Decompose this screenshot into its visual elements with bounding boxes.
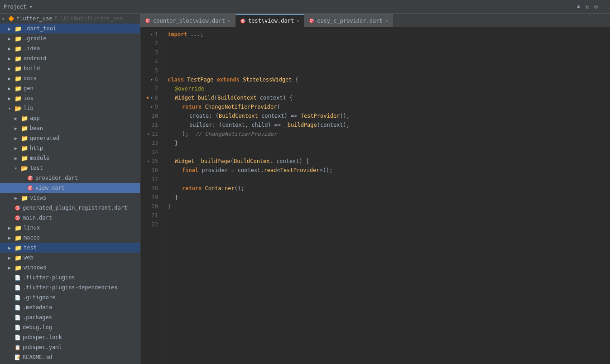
fold-9[interactable]: ▾ bbox=[150, 102, 153, 111]
sidebar-item-docs[interactable]: ▶ 📁 docs bbox=[0, 73, 140, 83]
sidebar-item-linux[interactable]: ▶ 📁 linux bbox=[0, 223, 140, 233]
sidebar-item-main-dart[interactable]: 🎯 main.dart bbox=[0, 213, 140, 223]
sidebar-item-readme[interactable]: 📝 README.md bbox=[0, 352, 140, 362]
sidebar-item-packages[interactable]: 📄 .packages bbox=[0, 312, 140, 322]
sidebar-item-app[interactable]: ▶ 📁 app bbox=[0, 113, 140, 123]
code-line-18: return Container(); bbox=[162, 184, 610, 193]
macos-label: macos bbox=[24, 235, 40, 241]
app-label: app bbox=[30, 115, 40, 121]
sidebar-item-test-root[interactable]: ▶ 📁 test bbox=[0, 243, 140, 253]
sidebar-item-web[interactable]: ▶ 📁 web bbox=[0, 253, 140, 263]
sidebar-item-gradle[interactable]: ▶ 📁 .gradle bbox=[0, 34, 140, 43]
sidebar-item-debug-log[interactable]: 📄 debug.log bbox=[0, 322, 140, 332]
sidebar-item-flutter-plugins[interactable]: 📄 .flutter-plugins bbox=[0, 273, 140, 283]
packages-label: .packages bbox=[23, 314, 52, 321]
readme-label: README.md bbox=[23, 354, 52, 360]
code-line-5 bbox=[162, 66, 610, 75]
editor-area: 🎯 counter_bloc\view.dart ✕ 🎯 test\view.d… bbox=[140, 14, 610, 364]
add-module-icon[interactable]: ⊕ bbox=[577, 4, 580, 10]
sidebar-item-view-dart[interactable]: 🎯 view.dart bbox=[0, 183, 140, 193]
sidebar-item-gen[interactable]: ▶ 📁 gen bbox=[0, 83, 140, 93]
sidebar-item-flutter-plugins-dep[interactable]: 📄 .flutter-plugins-dependencies bbox=[0, 283, 140, 292]
code-line-20: } bbox=[162, 202, 610, 211]
fold-15[interactable]: ▾ bbox=[147, 157, 149, 166]
tab-counter-bloc-close[interactable]: ✕ bbox=[228, 18, 231, 23]
code-line-16: final provider = context.read<TestProvid… bbox=[162, 166, 610, 175]
root-path: E:\GitHub\flutter_use bbox=[54, 15, 123, 22]
fold-12[interactable]: ▾ bbox=[147, 129, 149, 139]
generated-plugin-label: generated_plugin_registrant.dart bbox=[23, 205, 127, 211]
project-label[interactable]: Project bbox=[4, 4, 27, 10]
sidebar-item-provider-dart[interactable]: 🎯 provider.dart bbox=[0, 173, 140, 183]
title-bar-left: Project ▾ bbox=[4, 4, 33, 10]
tab-test-view-close[interactable]: ✕ bbox=[297, 19, 299, 24]
breakpoint-8: ● bbox=[147, 93, 149, 102]
settings-icon[interactable]: ⚙ bbox=[595, 4, 598, 10]
code-line-21 bbox=[162, 211, 610, 220]
minimize-icon[interactable]: − bbox=[603, 4, 606, 10]
sidebar-item-generated[interactable]: ▶ 📁 generated bbox=[0, 133, 140, 143]
test-root-label: test bbox=[24, 244, 37, 251]
code-line-11: builder: (context, child) => _buildPage(… bbox=[162, 120, 610, 129]
sidebar-item-pubspec-yaml[interactable]: 📋 pubspec.yaml bbox=[0, 342, 140, 352]
code-line-14 bbox=[162, 148, 610, 157]
sidebar-item-generated-plugin[interactable]: 🎯 generated_plugin_registrant.dart bbox=[0, 203, 140, 213]
fold-6[interactable]: ▾ bbox=[150, 75, 153, 84]
pubspec-lock-label: pubspec.lock bbox=[23, 334, 62, 340]
sidebar-item-views[interactable]: ▶ 📁 views bbox=[0, 193, 140, 203]
sidebar-root-item[interactable]: ▾ 🔶 flutter_use E:\GitHub\flutter_use bbox=[0, 14, 140, 24]
module-label: module bbox=[30, 155, 49, 161]
bean-label: bean bbox=[30, 125, 43, 131]
code-line-6: class TestPage extends StatelessWidget { bbox=[162, 75, 610, 84]
sidebar-item-dart-tool[interactable]: ▶ 📁 .dart_tool bbox=[0, 24, 140, 34]
fold-1[interactable]: ▸ bbox=[150, 30, 153, 39]
tab-easy-c-close[interactable]: ✕ bbox=[385, 18, 388, 23]
sidebar-item-android[interactable]: ▶ 📁 android bbox=[0, 53, 140, 63]
sidebar-content: ▾ 🔶 flutter_use E:\GitHub\flutter_use ▶ … bbox=[0, 14, 140, 364]
tab-test-view-label: test\view.dart bbox=[248, 18, 294, 24]
sidebar-item-external-libs[interactable]: ▶ 📦 External Libraries bbox=[0, 362, 140, 364]
title-bar-right: ⊕ ⇅ ⚙ − bbox=[577, 4, 606, 10]
code-line-19: } bbox=[162, 193, 610, 202]
idea-label: .idea bbox=[24, 45, 40, 52]
view-dart-label: view.dart bbox=[35, 185, 65, 191]
code-editor: ▸1 2 3 4 5 ▾6 7 ●▾8 ▾9 10 11 ▾12 13 14 ▾… bbox=[140, 27, 610, 364]
sidebar-item-bean[interactable]: ▶ 📁 bean bbox=[0, 123, 140, 133]
flutter-plugins-label: .flutter-plugins bbox=[23, 274, 75, 281]
fold-8[interactable]: ▾ bbox=[150, 93, 153, 102]
project-dropdown-icon[interactable]: ▾ bbox=[29, 4, 33, 10]
main-layout: ▾ 🔶 flutter_use E:\GitHub\flutter_use ▶ … bbox=[0, 14, 610, 364]
sidebar-item-pubspec-lock[interactable]: 📄 pubspec.lock bbox=[0, 332, 140, 342]
sidebar-item-windows[interactable]: ▶ 📁 windows bbox=[0, 263, 140, 273]
code-line-2 bbox=[162, 39, 610, 48]
code-line-10: create: (BuildContext context) => TestPr… bbox=[162, 111, 610, 120]
code-line-4 bbox=[162, 57, 610, 66]
code-line-15: Widget _buildPage(BuildContext context) … bbox=[162, 157, 610, 166]
sidebar-item-build[interactable]: ▶ 📁 build bbox=[0, 63, 140, 73]
tab-test-view-icon: 🎯 bbox=[240, 19, 245, 24]
gradle-label: .gradle bbox=[24, 35, 47, 42]
line-numbers: ▸1 2 3 4 5 ▾6 7 ●▾8 ▾9 10 11 ▾12 13 14 ▾… bbox=[140, 27, 162, 364]
tab-test-view[interactable]: 🎯 test\view.dart ✕ bbox=[235, 14, 304, 27]
provider-dart-label: provider.dart bbox=[35, 175, 78, 181]
sidebar-item-gitignore[interactable]: 📄 .gitignore bbox=[0, 292, 140, 302]
sidebar-item-idea[interactable]: ▶ 📁 .idea bbox=[0, 43, 140, 53]
code-line-1: import ...; bbox=[162, 30, 610, 39]
sort-icon[interactable]: ⇅ bbox=[586, 4, 589, 10]
code-content[interactable]: import ...; class TestPage extends State… bbox=[162, 27, 610, 364]
tab-counter-bloc-view[interactable]: 🎯 counter_bloc\view.dart ✕ bbox=[140, 14, 235, 27]
tab-easy-c-label: easy_c_provider.dart bbox=[317, 18, 383, 24]
linux-label: linux bbox=[24, 225, 40, 231]
sidebar-item-macos[interactable]: ▶ 📁 macos bbox=[0, 233, 140, 243]
sidebar-item-module[interactable]: ▶ 📁 module bbox=[0, 153, 140, 163]
sidebar-item-metadata[interactable]: 📄 .metadata bbox=[0, 302, 140, 312]
sidebar-item-test-lib[interactable]: ▾ 📂 test bbox=[0, 163, 140, 173]
gen-label: gen bbox=[24, 85, 34, 91]
build-label: build bbox=[24, 65, 40, 72]
sidebar-item-http[interactable]: ▶ 📁 http bbox=[0, 143, 140, 153]
sidebar-item-lib[interactable]: ▾ 📂 lib bbox=[0, 103, 140, 113]
code-line-12: ); // ChangeNotifierProvider bbox=[162, 129, 610, 139]
tab-easy-c-provider[interactable]: 🎯 easy_c_provider.dart ✕ bbox=[304, 14, 393, 27]
main-dart-label: main.dart bbox=[23, 215, 52, 221]
sidebar-item-ios[interactable]: ▶ 📁 ios bbox=[0, 93, 140, 103]
